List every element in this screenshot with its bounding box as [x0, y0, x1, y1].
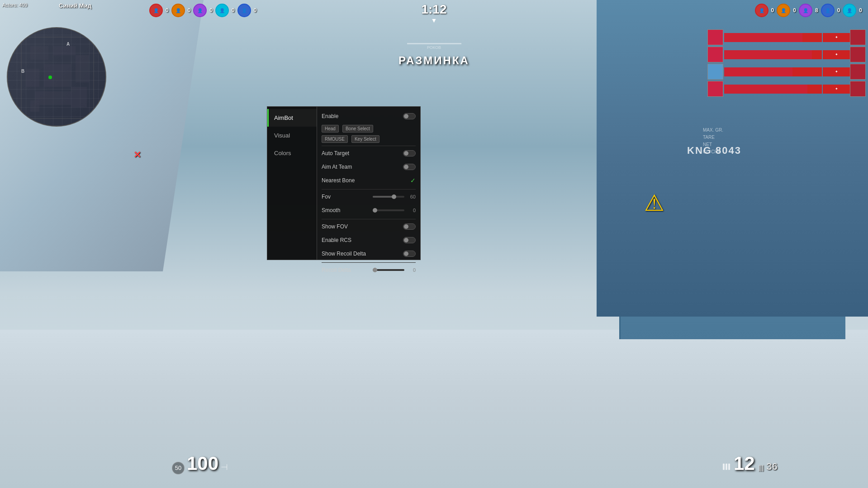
rmouse-key-btn[interactable]: RMOUSE [322, 135, 348, 143]
bullet-3 [728, 464, 730, 470]
player-avatar-3 [707, 64, 723, 80]
menu-divider-2 [322, 189, 416, 190]
head-key-btn[interactable]: Head [322, 125, 339, 133]
show-recoil-delta-row: Show Recoil Delta [322, 249, 416, 259]
menu-sidebar: AimBot Visual Colors [267, 106, 317, 260]
key-select-btn[interactable]: Key Select [351, 135, 379, 143]
auto-target-toggle[interactable] [403, 150, 416, 156]
sidebar-item-visual[interactable]: Visual [267, 127, 317, 144]
sidebar-item-aimbot[interactable]: AimBot [267, 109, 317, 127]
fov-slider-container: 60 [373, 194, 416, 199]
player-avatar-1 [707, 29, 723, 45]
player-avatar-r2 [850, 47, 866, 62]
menu-divider-1 [322, 146, 416, 146]
player-icon-r2: 👤 [777, 4, 790, 17]
hud-bottom-left: 50 100 ⊣ [172, 453, 228, 474]
sidebar-item-colors[interactable]: Colors [267, 144, 317, 162]
weapon-bar-2: ✦ [823, 50, 850, 59]
enable-toggle[interactable] [403, 113, 416, 119]
player-avatar-2 [707, 47, 723, 62]
stats-text: MAX. GR. TARE NET CL. CRP [703, 127, 723, 156]
player-icon-4: 👤 [215, 4, 229, 17]
auto-target-label: Auto Target [322, 150, 349, 156]
player-icon-r3: 👤 [799, 4, 812, 17]
menu-divider-4 [322, 262, 416, 263]
rmouse-label: RMOUSE [325, 137, 345, 142]
player-health-3 [724, 67, 822, 76]
player-icon-r4: 👤 [821, 4, 835, 17]
menu-divider-3 [322, 219, 416, 219]
player-score-r1: 0 [771, 7, 774, 14]
svg-rect-8 [71, 87, 87, 107]
hud-bottom-right: 12 ||| 36 [723, 453, 778, 474]
fov-slider-fill [373, 196, 394, 198]
fov-slider-track [373, 196, 404, 198]
show-recoil-delta-label: Show Recoil Delta [322, 251, 366, 257]
timer-value: 1:12 [421, 2, 446, 17]
aim-at-team-toggle[interactable] [403, 164, 416, 170]
show-fov-label: Show FOV [322, 223, 348, 230]
smooth-slider-container: 0 [373, 208, 416, 213]
svg-rect-6 [35, 91, 71, 105]
nearest-bone-label: Nearest Bone [322, 177, 355, 184]
fov-slider-thumb[interactable] [392, 194, 396, 199]
ammo-bullets-icon [723, 464, 730, 470]
enable-rcs-toggle[interactable] [403, 237, 416, 243]
auto-target-row: Auto Target [322, 148, 416, 158]
player-health-4 [724, 85, 822, 94]
recoil-delta-slider-value: 0 [407, 267, 416, 273]
timer-center: 1:12 ▼ [421, 2, 446, 24]
bone-select-label: Bone Select [346, 126, 370, 131]
weapon-bar-4: ✦ [823, 85, 850, 94]
player-score-4: 0 [232, 7, 235, 14]
player-avatar-4 [707, 81, 723, 97]
actors-info: Actors: 409 [2, 2, 28, 8]
smooth-slider-thumb[interactable] [373, 208, 377, 213]
smooth-label: Smooth [322, 207, 340, 213]
player-score-r3: 8 [815, 7, 818, 14]
player-health-1 [724, 33, 822, 42]
bullet-2 [726, 464, 727, 470]
hp-value: 100 [187, 453, 218, 474]
round-text: РАЗМИНКА [398, 54, 470, 67]
player-icon-r1: 👤 [755, 4, 768, 17]
minimap: A B [7, 27, 106, 127]
bone-select-key-btn[interactable]: Bone Select [342, 125, 373, 133]
player-score-r5: 0 [859, 7, 862, 14]
recoil-delta-label: Recoil Delta [322, 267, 351, 273]
ammo-reserve: ||| 36 [759, 461, 778, 473]
player-icon-5: 👤 [237, 4, 251, 17]
smooth-row: Smooth 0 [322, 205, 416, 215]
sidebar-aimbot-label: AimBot [274, 114, 293, 121]
svg-rect-7 [30, 100, 39, 112]
bullet-1 [723, 464, 725, 470]
player-avatar-r3 [850, 64, 866, 80]
head-key-label: Head [325, 126, 336, 131]
show-recoil-delta-toggle[interactable] [403, 251, 416, 257]
player-icon-2: 👤 [171, 4, 185, 17]
sidebar-visual-label: Visual [274, 132, 290, 139]
enable-rcs-row: Enable RCS [322, 235, 416, 245]
nearest-bone-checkmark[interactable]: ✓ [410, 177, 416, 184]
player-icon-3: 👤 [193, 4, 207, 17]
svg-rect-1 [30, 46, 48, 60]
player-score-3: 0 [209, 7, 213, 14]
recoil-delta-slider-thumb[interactable] [373, 268, 377, 272]
menu-content: Enable Head Bone Select RMOUSE Key Selec… [317, 106, 421, 260]
svg-rect-4 [44, 64, 71, 87]
enable-rcs-label: Enable RCS [322, 237, 351, 243]
player-row-2: ✦ [707, 47, 866, 62]
ammo-current: 12 [734, 453, 755, 474]
team-right-bar: 👤 0 👤 0 👤 8 👤 0 👤 0 [755, 4, 863, 17]
enemy-marker: ✕ [133, 149, 141, 160]
warning-sign: ⚠ [644, 190, 664, 216]
smooth-slider-value: 0 [407, 208, 416, 213]
show-fov-toggle[interactable] [403, 223, 416, 230]
bar-indicator: РОКОВ [407, 43, 461, 50]
enable-label: Enable [322, 113, 338, 119]
player-score-1: 0 [166, 7, 169, 14]
player-score-r4: 0 [837, 7, 840, 14]
weapon-bar-3: ✦ [823, 67, 850, 76]
player-row-3: ✦ [707, 64, 866, 80]
key-select-label: Key Select [355, 137, 376, 142]
